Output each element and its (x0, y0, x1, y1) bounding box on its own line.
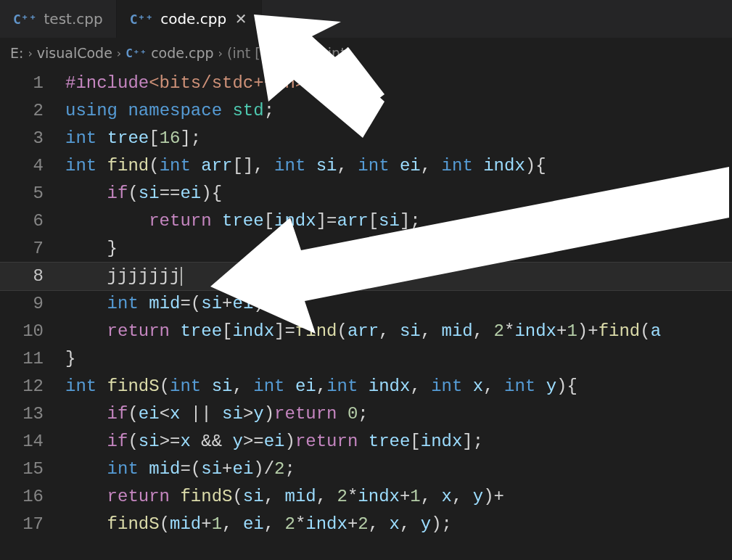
line-number: 12 (0, 373, 65, 400)
breadcrumb: E: › visualCode › C⁺⁺ code.cpp › (int []… (0, 38, 732, 65)
code-line[interactable]: 3 int tree[16]; (0, 125, 732, 152)
code-line[interactable]: 16 return findS(si, mid, 2*indx+1, x, y)… (0, 483, 732, 511)
line-number: 11 (0, 345, 65, 373)
breadcrumb-seg[interactable]: E: (10, 45, 23, 61)
line-number: 6 (0, 207, 65, 235)
code-line[interactable]: 13 if(ei<x || si>y)return 0; (0, 400, 732, 428)
code-line-current[interactable]: 8 jjjjjjj (0, 263, 732, 290)
line-number: 7 (0, 235, 65, 263)
line-number: 1 (0, 70, 65, 97)
code-line[interactable]: 11 } (0, 345, 732, 373)
line-number: 2 (0, 97, 65, 125)
code-line[interactable]: 2 using namespace std; (0, 97, 732, 125)
code-editor[interactable]: 1 #include<bits/stdc++.h> 2 using namesp… (0, 65, 732, 538)
line-number: 14 (0, 428, 65, 456)
code-line[interactable]: 4 int find(int arr[], int si, int ei, in… (0, 152, 732, 180)
chevron-right-icon: › (218, 46, 223, 60)
line-number: 8 (0, 263, 65, 290)
tab-label: test.cpp (44, 10, 103, 28)
cpp-icon: C⁺⁺ (126, 46, 147, 60)
line-number: 17 (0, 511, 65, 538)
tab-test-cpp[interactable]: C⁺⁺ test.cpp (0, 0, 117, 38)
code-line[interactable]: 6 return tree[indx]=arr[si]; (0, 207, 732, 235)
line-number: 16 (0, 483, 65, 511)
code-line[interactable]: 14 if(si>=x && y>=ei)return tree[indx]; (0, 428, 732, 456)
line-number: 4 (0, 152, 65, 180)
breadcrumb-seg[interactable]: visualCode (37, 45, 112, 61)
chevron-right-icon: › (28, 46, 32, 60)
code-line[interactable]: 10 return tree[indx]=find(arr, si, mid, … (0, 318, 732, 345)
cpp-icon: C⁺⁺ (130, 12, 154, 27)
line-number: 15 (0, 456, 65, 483)
line-number: 3 (0, 125, 65, 152)
breadcrumb-symbol-signature[interactable]: (int [], int, int, int) (227, 45, 351, 61)
code-line[interactable]: 5 if(si==ei){ (0, 180, 732, 207)
code-line[interactable]: 9 int mid=(si+ei)/2; (0, 290, 732, 318)
breadcrumb-seg[interactable]: code.cpp (151, 45, 213, 61)
code-line[interactable]: 12 int findS(int si, int ei,int indx, in… (0, 373, 732, 400)
text-cursor (181, 267, 182, 286)
code-line[interactable]: 7 } (0, 235, 732, 263)
line-number: 5 (0, 180, 65, 207)
tab-code-cpp[interactable]: C⁺⁺ code.cpp ✕ (117, 0, 263, 38)
tab-label: code.cpp (160, 10, 226, 28)
line-number: 13 (0, 400, 65, 428)
line-number: 10 (0, 318, 65, 345)
code-line[interactable]: 1 #include<bits/stdc++.h> (0, 70, 732, 97)
line-number: 9 (0, 290, 65, 318)
code-line[interactable]: 17 findS(mid+1, ei, 2*indx+2, x, y); (0, 511, 732, 538)
code-line[interactable]: 15 int mid=(si+ei)/2; (0, 456, 732, 483)
cpp-icon: C⁺⁺ (13, 12, 37, 27)
close-icon[interactable]: ✕ (234, 10, 248, 28)
chevron-right-icon: › (117, 46, 121, 60)
tabs-bar: C⁺⁺ test.cpp C⁺⁺ code.cpp ✕ (0, 0, 732, 38)
